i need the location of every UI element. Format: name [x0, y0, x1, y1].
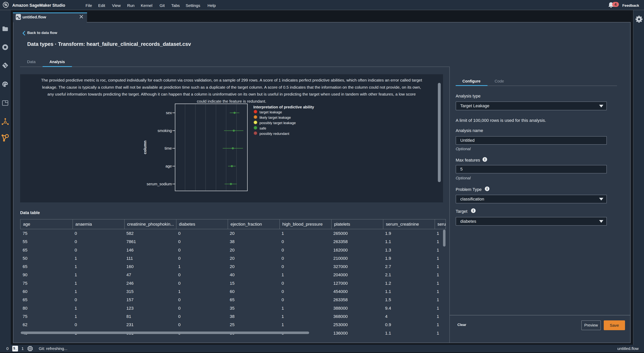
svg-text:likely target leakage: likely target leakage: [260, 116, 291, 120]
svg-text:sex: sex: [166, 111, 172, 115]
svg-text:safe: safe: [260, 126, 266, 130]
svg-text:possibly target leakage: possibly target leakage: [260, 121, 296, 125]
svg-text:smoking: smoking: [158, 128, 172, 133]
svg-text:column: column: [143, 140, 147, 154]
svg-text:Interpretation of predictive a: Interpretation of predictive ability: [253, 105, 314, 109]
svg-text:serum_sodium: serum_sodium: [147, 182, 172, 186]
svg-text:age: age: [166, 164, 172, 168]
svg-text:possibly redundant: possibly redundant: [260, 132, 289, 136]
svg-text:time: time: [164, 146, 172, 150]
svg-text:target leakage: target leakage: [260, 110, 282, 114]
